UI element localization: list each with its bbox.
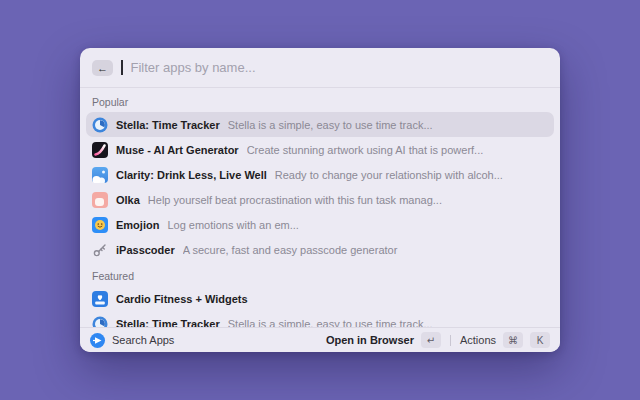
text-cursor	[121, 60, 123, 75]
search-input[interactable]	[131, 60, 549, 75]
app-subtitle: Stella is a simple, easy to use time tra…	[228, 119, 548, 131]
footer-divider	[450, 335, 451, 346]
list-item-muse[interactable]: Muse - AI Art Generator Create stunning …	[86, 137, 554, 162]
list-item-emojion[interactable]: Emojion Log emotions with an em...	[86, 212, 554, 237]
footer-actions: Open in Browser ↵ Actions ⌘ K	[326, 332, 550, 348]
search-apps-panel: ← Popular Stella: Time Tracker Stella is…	[80, 48, 560, 352]
app-title: Stella: Time Tracker	[116, 119, 220, 131]
clarity-app-icon	[92, 167, 108, 183]
app-title: Clarity: Drink Less, Live Well	[116, 169, 267, 181]
list-item-stella[interactable]: Stella: Time Tracker Stella is a simple,…	[86, 112, 554, 137]
list-item-clarity[interactable]: Clarity: Drink Less, Live Well Ready to …	[86, 162, 554, 187]
k-key-icon: K	[530, 332, 550, 348]
app-subtitle: A secure, fast and easy passcode generat…	[183, 244, 548, 256]
return-key-icon: ↵	[421, 332, 441, 348]
stella-app-icon	[92, 316, 108, 328]
actions-label: Actions	[460, 334, 496, 346]
back-button[interactable]: ←	[92, 60, 113, 76]
app-title: Stella: Time Tracker	[116, 318, 220, 328]
list-item-cardio-fitness[interactable]: Cardio Fitness + Widgets	[86, 286, 554, 311]
ipasscoder-key-icon	[92, 242, 108, 258]
olka-app-icon	[92, 192, 108, 208]
emojion-app-icon	[92, 217, 108, 233]
cardio-app-icon	[92, 291, 108, 307]
search-apps-logo-icon	[90, 333, 105, 348]
command-key-icon: ⌘	[503, 332, 523, 348]
app-subtitle: Log emotions with an em...	[167, 219, 548, 231]
app-subtitle: Help yourself beat procrastination with …	[148, 194, 548, 206]
stella-app-icon	[92, 117, 108, 133]
search-bar: ←	[80, 48, 560, 88]
app-title: Cardio Fitness + Widgets	[116, 293, 248, 305]
open-in-browser-button[interactable]: Open in Browser ↵	[326, 332, 441, 348]
app-title: Emojion	[116, 219, 159, 231]
section-header-popular: Popular	[86, 88, 554, 112]
back-arrow-icon: ←	[97, 62, 108, 74]
app-subtitle: Create stunning artwork using AI that is…	[247, 144, 548, 156]
open-in-browser-label: Open in Browser	[326, 334, 414, 346]
muse-app-icon	[92, 142, 108, 158]
footer-bar: Search Apps Open in Browser ↵ Actions ⌘ …	[80, 327, 560, 352]
actions-button[interactable]: Actions ⌘ K	[460, 332, 550, 348]
section-header-featured: Featured	[86, 262, 554, 286]
list-item-stella-featured[interactable]: Stella: Time Tracker Stella is a simple,…	[86, 311, 554, 327]
app-title: iPasscoder	[116, 244, 175, 256]
list-item-ipasscoder[interactable]: iPasscoder A secure, fast and easy passc…	[86, 237, 554, 262]
app-subtitle: Stella is a simple, easy to use time tra…	[228, 318, 548, 328]
list-item-olka[interactable]: Olka Help yourself beat procrastination …	[86, 187, 554, 212]
footer-app-name: Search Apps	[112, 334, 174, 346]
app-title: Muse - AI Art Generator	[116, 144, 239, 156]
app-title: Olka	[116, 194, 140, 206]
app-subtitle: Ready to change your relationship with a…	[275, 169, 548, 181]
results-list: Popular Stella: Time Tracker Stella is a…	[80, 88, 560, 327]
